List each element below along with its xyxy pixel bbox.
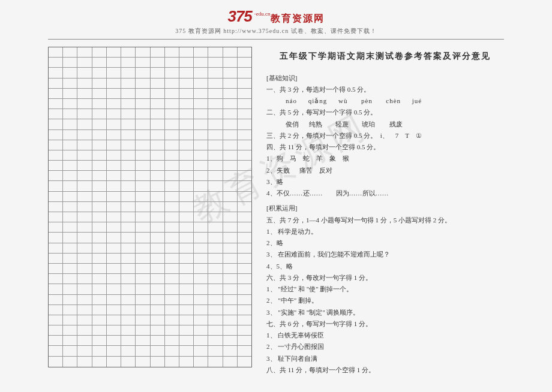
grid-cell — [107, 305, 121, 315]
grid-cell — [165, 58, 179, 68]
grid-cell — [208, 181, 223, 191]
text-line: 3、 "实施" 和 "制定" 调换顺序。 — [266, 307, 504, 318]
grid-cell — [151, 346, 165, 356]
grid-cell — [194, 79, 208, 89]
grid-cell — [92, 346, 107, 356]
grid-cell — [194, 161, 208, 171]
grid-cell — [238, 161, 251, 171]
grid-cell — [208, 284, 223, 294]
grid-cell — [179, 202, 194, 212]
grid-cell — [121, 58, 136, 68]
grid-cell — [77, 140, 92, 150]
grid-cell — [63, 305, 77, 315]
grid-cell — [223, 274, 238, 284]
logo: 375 -edu.cn 教育资源网 — [227, 7, 324, 26]
grid-cell — [194, 150, 208, 161]
grid-cell — [151, 284, 165, 294]
grid-cell — [107, 264, 121, 274]
grid-cell — [77, 89, 92, 99]
grid-cell — [238, 305, 251, 315]
grid-cell — [223, 181, 238, 191]
grid-row — [49, 264, 251, 274]
grid-cell — [238, 274, 251, 284]
grid-cell — [238, 336, 251, 346]
grid-cell — [49, 171, 63, 181]
text-line: náo qiǎng wù pèn chèn jué — [266, 95, 504, 107]
grid-cell — [151, 233, 165, 243]
grid-cell — [179, 140, 194, 150]
grid-cell — [77, 264, 92, 274]
grid-cell — [238, 243, 251, 254]
grid-cell — [136, 315, 150, 325]
grid-cell — [77, 254, 92, 264]
grid-cell — [238, 346, 251, 356]
grid-cell — [165, 119, 179, 129]
grid-cell — [194, 171, 208, 181]
grid-cell — [238, 325, 251, 336]
grid-cell — [49, 58, 63, 68]
grid-cell — [151, 171, 165, 181]
grid-cell — [165, 140, 179, 150]
grid-cell — [63, 89, 77, 99]
grid-cell — [179, 68, 194, 78]
grid-cell — [136, 181, 150, 191]
grid-row — [49, 58, 251, 68]
grid-cell — [107, 202, 121, 212]
grid-cell — [77, 202, 92, 212]
grid-cell — [121, 119, 136, 129]
answer-grid — [48, 47, 252, 367]
page-header: 375 -edu.cn 教育资源网 375 教育资源网 http://www.3… — [0, 0, 552, 40]
grid-row — [49, 346, 251, 356]
grid-cell — [49, 79, 63, 89]
grid-cell — [238, 119, 251, 129]
grid-cell — [179, 181, 194, 191]
grid-cell — [136, 192, 150, 202]
grid-cell — [208, 171, 223, 181]
grid-cell — [165, 346, 179, 356]
grid-cell — [165, 171, 179, 181]
grid-cell — [165, 233, 179, 243]
grid-cell — [121, 212, 136, 222]
grid-row — [49, 192, 251, 202]
grid-cell — [92, 202, 107, 212]
grid-cell — [179, 274, 194, 284]
grid-row — [49, 150, 251, 161]
grid-cell — [107, 119, 121, 129]
grid-cell — [107, 274, 121, 284]
grid-cell — [179, 264, 194, 274]
grid-cell — [194, 130, 208, 140]
grid-cell — [223, 315, 238, 325]
grid-cell — [151, 202, 165, 212]
grid-cell — [238, 79, 251, 89]
grid-cell — [136, 68, 150, 78]
grid-row — [49, 202, 251, 212]
grid-cell — [121, 79, 136, 89]
grid-cell — [151, 305, 165, 315]
grid-row — [49, 109, 251, 119]
grid-cell — [208, 140, 223, 150]
grid-cell — [208, 58, 223, 68]
grid-cell — [151, 68, 165, 78]
grid-cell — [208, 109, 223, 119]
grid-cell — [151, 336, 165, 346]
grid-cell — [223, 325, 238, 336]
grid-cell — [49, 109, 63, 119]
grid-cell — [92, 336, 107, 346]
grid-cell — [165, 181, 179, 191]
grid-cell — [179, 161, 194, 171]
grid-cell — [238, 192, 251, 202]
grid-cell — [194, 295, 208, 305]
grid-cell — [63, 192, 77, 202]
grid-cell — [165, 47, 179, 58]
grid-cell — [49, 243, 63, 254]
grid-cell — [208, 150, 223, 161]
grid-cell — [208, 346, 223, 356]
text-line: 二、共 5 分，每写对一个字得 0.5 分。 — [266, 107, 504, 118]
grid-row — [49, 284, 251, 294]
grid-cell — [92, 89, 107, 99]
grid-cell — [49, 325, 63, 336]
grid-cell — [107, 161, 121, 171]
grid-cell — [63, 150, 77, 161]
grid-cell — [63, 140, 77, 150]
grid-cell — [63, 79, 77, 89]
